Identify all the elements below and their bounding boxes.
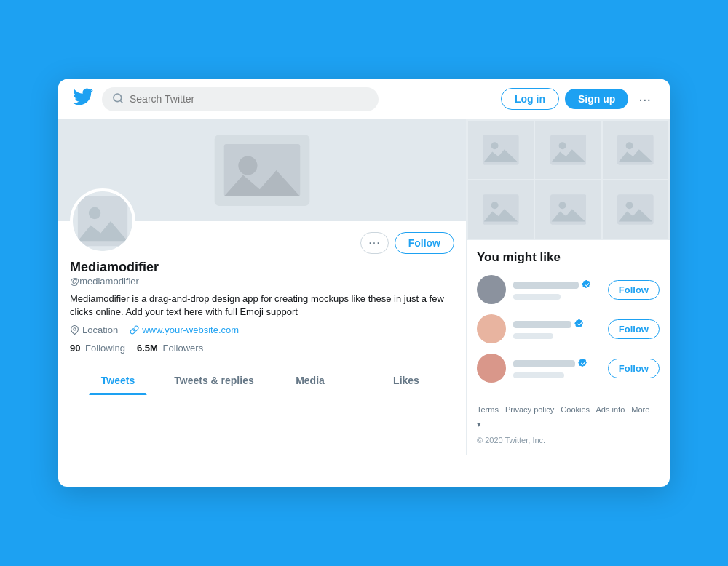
suggestion-item-1: Follow — [477, 275, 660, 304]
website-link[interactable]: www.your-website.com — [142, 324, 239, 335]
browser-window: Log in Sign up ··· — [58, 79, 670, 487]
photo-cell-4 — [468, 180, 534, 239]
suggestion-name-bar-3 — [513, 360, 575, 367]
profile-more-button[interactable]: ··· — [360, 232, 388, 254]
follow-button-2[interactable]: Follow — [608, 319, 660, 339]
svg-point-12 — [558, 142, 566, 149]
profile-website[interactable]: www.your-website.com — [130, 324, 239, 335]
tab-likes[interactable]: Likes — [358, 364, 454, 395]
photo-grid — [467, 119, 670, 240]
search-icon — [112, 92, 124, 106]
svg-point-14 — [626, 142, 633, 149]
login-button[interactable]: Log in — [501, 88, 559, 110]
suggestion-item-3: Follow — [477, 354, 660, 383]
photo-cell-6 — [603, 180, 668, 239]
tab-media[interactable]: Media — [262, 364, 358, 395]
photo-cell-2 — [535, 121, 601, 179]
main-layout: ··· Follow Mediamodifier @mediamodifier … — [58, 119, 670, 455]
verified-icon-3 — [578, 358, 587, 370]
suggestion-name-bar-2 — [513, 321, 571, 328]
following-label: Following — [85, 343, 125, 354]
profile-follow-button[interactable]: Follow — [395, 232, 454, 254]
svg-line-1 — [120, 100, 122, 103]
nav-actions: Log in Sign up ··· — [501, 88, 655, 111]
follow-button-3[interactable]: Follow — [608, 359, 660, 378]
suggestion-handle-bar-1 — [513, 294, 561, 300]
location-label: Location — [82, 324, 118, 335]
suggestion-avatar-1 — [477, 275, 506, 304]
suggestion-info-1 — [513, 279, 601, 300]
footer-ads-link[interactable]: Ads info — [596, 405, 625, 414]
profile-bio: Mediamodifier is a drag-and-drop design … — [70, 292, 454, 319]
suggestion-item-2: Follow — [477, 314, 660, 343]
profile-meta: Location www.your-website.com — [70, 324, 454, 335]
profile-location: Location — [70, 324, 118, 335]
nav-more-button[interactable]: ··· — [634, 88, 655, 111]
footer-links: Terms Privacy policy Cookies Ads info Mo… — [467, 393, 670, 455]
svg-point-10 — [491, 142, 499, 149]
profile-name: Mediamodifier — [70, 260, 454, 275]
signup-button[interactable]: Sign up — [565, 89, 628, 109]
suggestion-avatar-3 — [477, 354, 506, 383]
right-column: You might like Follow — [466, 119, 670, 455]
search-bar[interactable] — [102, 87, 379, 111]
top-nav: Log in Sign up ··· — [58, 79, 670, 119]
following-stat[interactable]: 90 Following — [70, 343, 125, 354]
suggestion-name-bar-1 — [513, 282, 579, 289]
footer-copyright: © 2020 Twitter, Inc. — [477, 434, 660, 448]
profile-handle: @mediamodifier — [70, 276, 454, 287]
footer-cookies-link[interactable]: Cookies — [561, 405, 590, 414]
footer-terms-link[interactable]: Terms — [477, 405, 499, 414]
avatar — [70, 188, 135, 254]
svg-point-16 — [491, 202, 499, 209]
twitter-logo-icon — [73, 87, 93, 111]
suggestion-info-3 — [513, 358, 601, 378]
tab-tweets[interactable]: Tweets — [70, 364, 166, 395]
search-input[interactable] — [130, 93, 368, 105]
verified-icon-2 — [574, 319, 584, 330]
photo-cell-5 — [535, 180, 601, 239]
profile-tabs: Tweets Tweets & replies Media Likes — [70, 364, 454, 395]
profile-section: ··· Follow Mediamodifier @mediamodifier … — [58, 221, 466, 395]
suggestion-handle-bar-3 — [513, 372, 564, 378]
footer-privacy-link[interactable]: Privacy policy — [505, 405, 554, 414]
profile-stats: 90 Following 6.5M Followers — [70, 343, 454, 354]
svg-point-7 — [89, 207, 100, 219]
svg-point-20 — [626, 202, 633, 209]
svg-point-4 — [238, 156, 257, 175]
suggestion-info-2 — [513, 319, 601, 339]
suggestion-handle-bar-2 — [513, 333, 553, 339]
photo-cell-1 — [468, 121, 534, 179]
verified-icon-1 — [582, 279, 591, 291]
might-like-section: You might like Follow — [467, 240, 670, 383]
photo-cell-3 — [603, 121, 668, 179]
might-like-title: You might like — [477, 250, 660, 265]
followers-stat[interactable]: 6.5M Followers — [137, 343, 203, 354]
svg-point-18 — [558, 202, 566, 209]
suggestion-avatar-2 — [477, 314, 506, 343]
tab-tweets-replies[interactable]: Tweets & replies — [166, 364, 262, 395]
follow-button-1[interactable]: Follow — [608, 280, 660, 300]
followers-label: Followers — [163, 343, 204, 354]
profile-column: ··· Follow Mediamodifier @mediamodifier … — [58, 119, 466, 455]
svg-point-8 — [74, 328, 76, 330]
